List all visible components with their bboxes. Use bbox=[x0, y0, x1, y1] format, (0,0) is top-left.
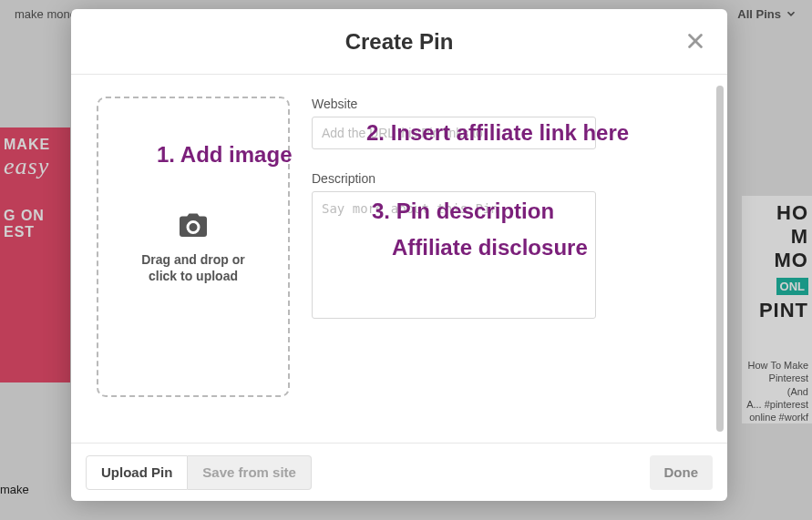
dropzone-text: Drag and drop or click to upload bbox=[141, 251, 245, 284]
modal-body: Drag and drop or click to upload Website… bbox=[71, 75, 727, 443]
website-label: Website bbox=[312, 97, 691, 111]
done-button[interactable]: Done bbox=[650, 455, 714, 490]
modal-header: Create Pin bbox=[71, 9, 727, 75]
modal-footer: Upload Pin Save from site Done bbox=[71, 443, 727, 501]
website-input[interactable] bbox=[312, 117, 596, 149]
description-label: Description bbox=[312, 171, 691, 186]
modal-title: Create Pin bbox=[345, 29, 454, 55]
create-pin-modal: Create Pin Drag and drop or click to upl… bbox=[71, 9, 727, 501]
upload-pin-button[interactable]: Upload Pin bbox=[86, 455, 188, 490]
form-fields: Website Description bbox=[312, 97, 702, 443]
upload-dropzone[interactable]: Drag and drop or click to upload bbox=[97, 97, 290, 397]
close-icon bbox=[685, 31, 705, 51]
description-textarea[interactable] bbox=[312, 191, 596, 319]
save-from-site-button: Save from site bbox=[188, 455, 312, 490]
close-button[interactable] bbox=[680, 25, 711, 56]
camera-icon bbox=[177, 209, 210, 242]
